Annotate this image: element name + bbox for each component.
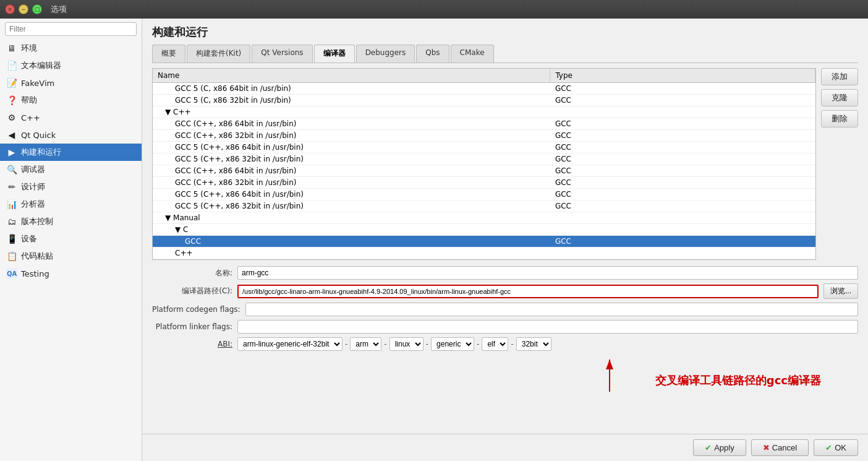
- compiler-table-container[interactable]: Name Type GCC 5 (C, x86 64bit in /usr/bi…: [152, 68, 816, 260]
- abi-arch-select[interactable]: arm: [350, 337, 381, 351]
- add-compiler-button[interactable]: 添加: [821, 68, 858, 85]
- path-input[interactable]: [237, 285, 819, 298]
- compiler-type: GCC: [550, 236, 815, 248]
- sidebar-item-clipboard[interactable]: 📋 代码粘贴: [0, 248, 142, 265]
- table-row[interactable]: GCC 5 (C++, x86 32bit in /usr/bin) GCC: [153, 200, 815, 212]
- clone-compiler-button[interactable]: 克隆: [821, 89, 858, 106]
- version-control-icon: 🗂: [6, 216, 17, 227]
- sidebar-item-label: 调试器: [21, 164, 45, 175]
- tabs-bar: 概要 构建套件(Kit) Qt Versions 编译器 Debuggers Q…: [152, 45, 858, 63]
- apply-button[interactable]: ✔ Apply: [693, 439, 746, 456]
- sidebar-item-designer[interactable]: ✏ 设计师: [0, 178, 142, 196]
- table-row[interactable]: GCC 5 (C, x86 32bit in /usr/bin) GCC: [153, 95, 815, 106]
- abi-width-select[interactable]: 32bit: [516, 337, 551, 351]
- tab-compilers[interactable]: 编译器: [314, 45, 355, 62]
- sidebar-item-label: FakeVim: [21, 79, 54, 88]
- table-row[interactable]: GCC (C++, x86 32bit in /usr/bin) GCC: [153, 130, 815, 142]
- form-section: 名称: 编译器路径(C): 浏览... Platform codegen fla…: [152, 266, 858, 355]
- compiler-name: GCC (C++, x86 32bit in /usr/bin): [153, 130, 550, 142]
- compiler-table: Name Type GCC 5 (C, x86 64bit in /usr/bi…: [153, 69, 815, 259]
- form-row-codegen: Platform codegen flags:: [152, 303, 858, 316]
- help-icon: ❓: [6, 95, 17, 106]
- sidebar-item-label: 设计师: [21, 181, 45, 192]
- designer-icon: ✏: [6, 181, 17, 192]
- table-row[interactable]: GCC 5 (C++, x86 64bit in /usr/bin) GCC: [153, 142, 815, 153]
- sidebar-item-label: 帮助: [21, 95, 37, 106]
- abi-main-select[interactable]: arm-linux-generic-elf-32bit: [237, 337, 343, 351]
- sidebar-item-text-editor[interactable]: 📄 文本编辑器: [0, 57, 142, 74]
- ok-button[interactable]: ✔ OK: [814, 439, 858, 456]
- tab-overview[interactable]: 概要: [152, 45, 185, 62]
- compiler-type: GCC: [550, 142, 815, 153]
- compiler-name: GCC 5 (C++, x86 32bit in /usr/bin): [153, 153, 550, 165]
- tab-qt-versions[interactable]: Qt Versions: [252, 45, 312, 62]
- sidebar-item-version-control[interactable]: 🗂 版本控制: [0, 213, 142, 230]
- cancel-button[interactable]: ✖ Cancel: [751, 439, 809, 456]
- abi-label: ABI:: [152, 340, 232, 348]
- sidebar-item-cpp[interactable]: ⚙ C++: [0, 109, 142, 126]
- debugger-icon: 🔍: [6, 164, 17, 175]
- form-row-linker: Platform linker flags:: [152, 320, 858, 334]
- codegen-input[interactable]: [245, 303, 858, 316]
- compiler-name: GCC (C++, x86 64bit in /usr/bin): [153, 118, 550, 130]
- name-input[interactable]: [237, 266, 858, 280]
- sidebar-item-label: 构建和运行: [21, 147, 61, 158]
- sidebar-item-devices[interactable]: 📱 设备: [0, 230, 142, 248]
- maximize-button[interactable]: □: [32, 4, 42, 14]
- delete-compiler-button[interactable]: 删除: [821, 110, 858, 127]
- main-panel: 构建和运行 概要 构建套件(Kit) Qt Versions 编译器 Debug…: [142, 19, 868, 461]
- table-row[interactable]: ▼ C++: [153, 106, 815, 118]
- tab-qbs[interactable]: Qbs: [416, 45, 449, 62]
- form-row-path: 编译器路径(C): 浏览...: [152, 283, 858, 299]
- sidebar-item-debugger[interactable]: 🔍 调试器: [0, 161, 142, 178]
- sidebar: 🖥 环境 📄 文本编辑器 📝 FakeVim ❓ 帮助 ⚙ C++ ◀ Qt: [0, 19, 142, 461]
- compiler-area: Name Type GCC 5 (C, x86 64bit in /usr/bi…: [152, 63, 858, 260]
- analyzer-icon: 📊: [6, 199, 17, 210]
- sidebar-item-qt-quick[interactable]: ◀ Qt Quick: [0, 126, 142, 144]
- devices-icon: 📱: [6, 233, 17, 244]
- sidebar-item-testing[interactable]: QA Testing: [0, 265, 142, 282]
- linker-input[interactable]: [237, 320, 858, 334]
- tab-debuggers[interactable]: Debuggers: [356, 45, 415, 62]
- table-row[interactable]: GCC 5 (C, x86 64bit in /usr/bin) GCC: [153, 83, 815, 95]
- table-row[interactable]: GCC (C++, x86 32bit in /usr/bin) GCC: [153, 177, 815, 189]
- sidebar-item-label: 代码粘贴: [21, 251, 53, 262]
- sidebar-item-help[interactable]: ❓ 帮助: [0, 92, 142, 109]
- compiler-name: GCC 5 (C, x86 32bit in /usr/bin): [153, 95, 550, 106]
- compiler-type: GCC: [550, 153, 815, 165]
- linker-label: Platform linker flags:: [152, 322, 232, 331]
- sidebar-item-env[interactable]: 🖥 环境: [0, 40, 142, 57]
- sidebar-item-analyzer[interactable]: 📊 分析器: [0, 196, 142, 213]
- table-row[interactable]: ▼ C: [153, 224, 815, 236]
- col-header-type: Type: [550, 69, 815, 83]
- tab-cmake[interactable]: CMake: [451, 45, 494, 62]
- abi-format-select[interactable]: elf: [482, 337, 508, 351]
- table-row[interactable]: ▼ Manual: [153, 212, 815, 224]
- table-row[interactable]: GCC 5 (C++, x86 32bit in /usr/bin) GCC: [153, 153, 815, 165]
- compiler-name: GCC 5 (C++, x86 64bit in /usr/bin): [153, 142, 550, 153]
- content-area: 🖥 环境 📄 文本编辑器 📝 FakeVim ❓ 帮助 ⚙ C++ ◀ Qt: [0, 19, 868, 461]
- filter-input[interactable]: [5, 22, 137, 36]
- sidebar-item-build-run[interactable]: ▶ 构建和运行: [0, 144, 142, 161]
- cpp-icon: ⚙: [6, 112, 17, 123]
- main-window: × − □ 选项 🖥 环境 📄 文本编辑器 📝 FakeVim ❓ 帮助: [0, 0, 868, 461]
- table-row[interactable]: GCC (C++, x86 64bit in /usr/bin) GCC: [153, 118, 815, 130]
- browse-button[interactable]: 浏览...: [823, 283, 858, 299]
- table-row[interactable]: GCC 5 (C++, x86 64bit in /usr/bin) GCC: [153, 189, 815, 200]
- sidebar-item-label: 文本编辑器: [21, 60, 61, 71]
- table-row[interactable]: GCC GCC: [153, 236, 815, 248]
- apply-checkmark-icon: ✔: [705, 443, 712, 452]
- abi-env-select[interactable]: generic: [431, 337, 474, 351]
- compiler-type: GCC: [550, 83, 815, 95]
- form-row-name: 名称:: [152, 266, 858, 280]
- sidebar-item-fakevim[interactable]: 📝 FakeVim: [0, 74, 142, 92]
- sidebar-item-label: 版本控制: [21, 216, 53, 227]
- table-row[interactable]: GCC (C++, x86 64bit in /usr/bin) GCC: [153, 165, 815, 177]
- table-row[interactable]: C++: [153, 248, 815, 259]
- abi-os-select[interactable]: linux: [389, 337, 423, 351]
- sidebar-item-label: C++: [21, 113, 40, 123]
- annotation-arrow: [548, 355, 671, 404]
- close-button[interactable]: ×: [5, 4, 15, 14]
- tab-kits[interactable]: 构建套件(Kit): [187, 45, 250, 62]
- minimize-button[interactable]: −: [19, 4, 28, 14]
